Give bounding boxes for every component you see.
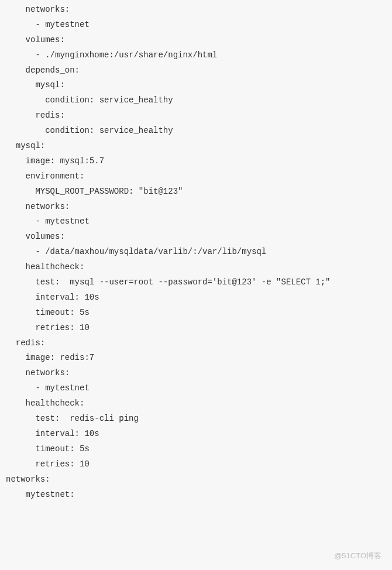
watermark: @51CTO博客 bbox=[334, 549, 381, 563]
code-block: networks: - mytestnet volumes: - ./myngi… bbox=[6, 2, 390, 502]
